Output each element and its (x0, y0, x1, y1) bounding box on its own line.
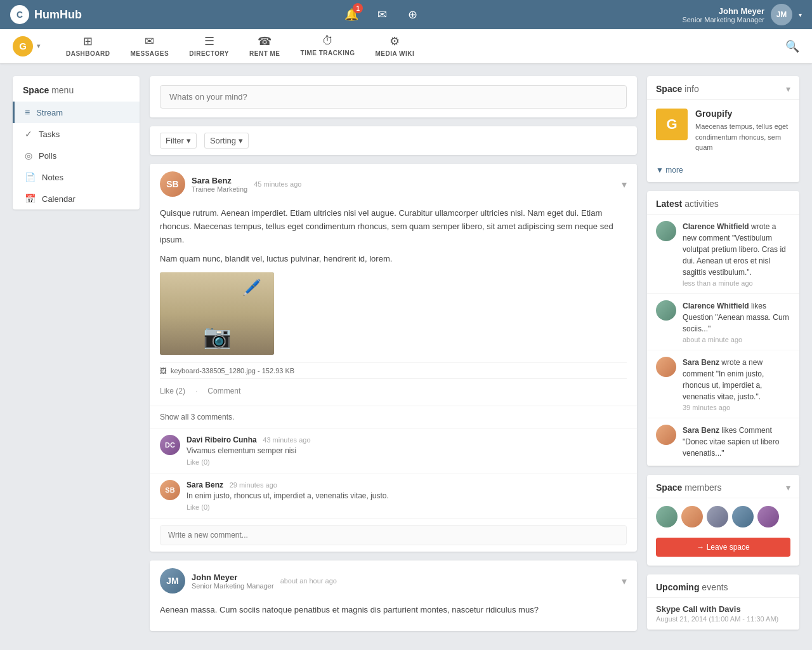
rent-me-label: RENT ME (249, 50, 280, 57)
post-box (150, 76, 637, 117)
comments-section-1: Show all 3 comments. DC Davi Ribeiro Cun… (150, 406, 637, 552)
sidebar: Space menu ≡ Stream ✓ Tasks ◎ Polls 📄 No… (13, 76, 140, 640)
camera-icon: 📷 (203, 323, 232, 350)
leave-space-button[interactable]: → Leave space (656, 538, 790, 557)
nav-item-directory[interactable]: ☰ DIRECTORY (179, 29, 239, 63)
member-avatar-3 (707, 506, 728, 527)
space-members-collapse-btn[interactable]: ▾ (786, 482, 790, 493)
desk-scene: 🖊️ 📷 (160, 272, 274, 355)
avatar-initials: JM (776, 10, 787, 19)
latest-activities-card: Latest activities Clarence Whitfield wro… (647, 191, 799, 466)
post-card-1: SB Sara Benz Trainee Marketing 45 minute… (150, 164, 637, 552)
user-area: John Meyer Senior Marketing Manager JM ▾ (682, 4, 802, 25)
space-more-link[interactable]: ▼ more (647, 162, 799, 182)
filter-label: Filter (166, 136, 184, 145)
sorting-button[interactable]: Sorting ▾ (204, 133, 249, 149)
sidebar-item-calendar-label: Calendar (42, 194, 75, 204)
post-input[interactable] (160, 85, 627, 109)
space-info-collapse-btn[interactable]: ▾ (786, 84, 790, 94)
space-name: Groupify (695, 109, 790, 119)
space-info-title: Space info (656, 84, 699, 94)
activity-time-3: 39 minutes ago (683, 404, 790, 411)
activity-time-2: about a minute ago (683, 336, 790, 343)
comment-content-2: Sara Benz 29 minutes ago In enim justo, … (187, 480, 627, 512)
member-avatar-4 (732, 506, 754, 527)
members-title-light: members (684, 482, 721, 493)
time-tracking-label: TIME TRACKING (301, 50, 355, 56)
comment-input[interactable] (160, 525, 627, 545)
notes-icon: 📄 (25, 172, 36, 182)
settings-button[interactable]: ⊕ (402, 4, 422, 25)
user-title: Senior Marketing Manager (682, 16, 764, 23)
user-dropdown-arrow[interactable]: ▾ (799, 11, 802, 18)
post-collapse-btn-1[interactable]: ▾ (622, 178, 627, 190)
directory-icon: ☰ (204, 34, 214, 48)
latest-title-light: activities (684, 199, 719, 209)
avatar[interactable]: JM (771, 4, 792, 25)
activity-text-2: Clarence Whitfield likes Question "Aenea… (683, 300, 790, 335)
post-time-2: about an hour ago (280, 577, 337, 585)
comment-author-2: Sara Benz (187, 481, 223, 489)
space-info-title-light: info (682, 84, 698, 94)
post-header-2: JM John Meyer Senior Marketing Manager a… (150, 560, 637, 601)
media-wiki-icon: ⚙ (390, 34, 400, 48)
comment-like-btn-2[interactable]: Like (0) (187, 503, 210, 511)
post-image-1: 🖊️ 📷 (160, 272, 274, 355)
post-card-2: JM John Meyer Senior Marketing Manager a… (150, 560, 637, 631)
filter-button[interactable]: Filter ▾ (160, 133, 197, 149)
sidebar-item-notes[interactable]: 📄 Notes (13, 166, 140, 188)
tasks-icon: ✓ (25, 129, 32, 139)
media-wiki-label: MEDIA WIKI (375, 50, 414, 57)
rent-me-icon: ☎ (258, 34, 272, 48)
nav-item-time-tracking[interactable]: ⏱ TIME TRACKING (291, 29, 365, 63)
sidebar-item-polls[interactable]: ◎ Polls (13, 145, 140, 166)
upcoming-title-light: events (702, 582, 728, 592)
sidebar-item-stream[interactable]: ≡ Stream (13, 102, 140, 123)
event-title-1: Skype Call with Davis (656, 604, 790, 614)
messages-label: MESSAGES (131, 50, 169, 57)
post-author-role-2: Senior Marketing Manager (192, 582, 274, 590)
action-separator: · (195, 387, 197, 395)
post-collapse-btn-2[interactable]: ▾ (622, 575, 627, 587)
notifications-button[interactable]: 🔔 1 (341, 4, 362, 25)
comment-button-1[interactable]: Comment (207, 387, 240, 395)
nav-item-rent-me[interactable]: ☎ RENT ME (239, 29, 291, 63)
logo-letter: C (16, 10, 23, 20)
nav-item-messages[interactable]: ✉ MESSAGES (121, 29, 180, 63)
space-members-header: Space members ▾ (647, 475, 799, 498)
comment-like-btn-1[interactable]: Like (0) (187, 458, 210, 466)
sorting-label: Sorting (210, 136, 236, 145)
space-button[interactable]: G (13, 36, 33, 56)
search-button[interactable]: 🔍 (785, 39, 799, 53)
sidebar-item-tasks[interactable]: ✓ Tasks (13, 123, 140, 145)
sidebar-item-calendar[interactable]: 📅 Calendar (13, 188, 140, 209)
filter-bar: Filter ▾ Sorting ▾ (150, 126, 637, 155)
nav-item-media-wiki[interactable]: ⚙ MEDIA WIKI (365, 29, 424, 63)
post-attachment-1: 🖼 keyboard-338505_1280.jpg - 152.93 KB (160, 362, 627, 379)
activity-item-1: Clarence Whitfield wrote a new comment "… (647, 215, 799, 294)
like-button-1[interactable]: Like (2) (160, 387, 185, 395)
comment-time-2: 29 minutes ago (230, 481, 277, 489)
sidebar-item-polls-label: Polls (39, 151, 56, 161)
space-dropdown-arrow[interactable]: ▾ (37, 42, 41, 50)
sidebar-item-stream-label: Stream (36, 108, 63, 117)
comment-item-2: SB Sara Benz 29 minutes ago In enim just… (150, 474, 637, 519)
nav-item-dashboard[interactable]: ⊞ DASHBOARD (56, 29, 121, 63)
dashboard-label: DASHBOARD (66, 50, 110, 57)
activity-item-3: Sara Benz wrote a new comment "In enim j… (647, 350, 799, 418)
post-author-name-1: Sara Benz (192, 176, 247, 185)
messages-button[interactable]: ✉ (372, 4, 392, 25)
activity-item-2: Clarence Whitfield likes Question "Aenea… (647, 294, 799, 350)
post-author-name-2: John Meyer (192, 573, 274, 582)
logo-icon[interactable]: C (10, 5, 29, 24)
show-all-comments-btn[interactable]: Show all 3 comments. (150, 406, 637, 428)
dashboard-icon: ⊞ (83, 34, 93, 48)
space-info-title-bold: Space (656, 84, 682, 94)
post-author-avatar-2: JM (160, 568, 185, 594)
comment-author-1: Davi Ribeiro Cunha (187, 435, 257, 444)
main-nav-items: ⊞ DASHBOARD ✉ MESSAGES ☰ DIRECTORY ☎ REN… (56, 29, 424, 63)
members-title-bold: Space (656, 482, 682, 493)
comment-content-1: Davi Ribeiro Cunha 43 minutes ago Vivamu… (187, 435, 627, 467)
comment-input-row (150, 519, 637, 552)
messages-icon: ✉ (145, 34, 154, 48)
